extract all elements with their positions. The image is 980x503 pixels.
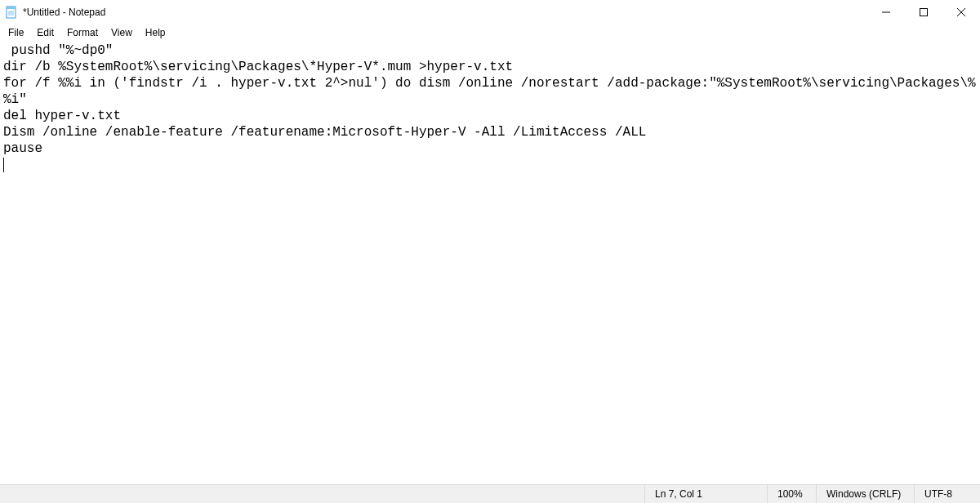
text-cursor <box>3 158 4 172</box>
menubar: File Edit Format View Help <box>0 24 980 41</box>
maximize-button[interactable] <box>905 0 942 24</box>
text-editor[interactable]: pushd "%~dp0" dir /b %SystemRoot%\servic… <box>0 41 980 484</box>
menu-view[interactable]: View <box>105 26 139 39</box>
close-button[interactable] <box>942 0 980 24</box>
status-eol: Windows (CRLF) <box>817 485 915 503</box>
status-zoom: 100% <box>768 485 817 503</box>
status-spacer <box>0 485 645 503</box>
editor-content: pushd "%~dp0" dir /b %SystemRoot%\servic… <box>3 43 976 156</box>
statusbar: Ln 7, Col 1 100% Windows (CRLF) UTF-8 <box>0 484 980 503</box>
menu-help[interactable]: Help <box>139 26 172 39</box>
status-position: Ln 7, Col 1 <box>645 485 768 503</box>
svg-rect-6 <box>920 9 928 16</box>
titlebar: *Untitled - Notepad <box>0 0 980 24</box>
menu-format[interactable]: Format <box>60 26 105 39</box>
status-encoding: UTF-8 <box>915 485 980 503</box>
svg-rect-1 <box>7 7 16 9</box>
menu-file[interactable]: File <box>2 26 30 39</box>
window-controls <box>867 0 980 24</box>
menu-edit[interactable]: Edit <box>30 26 60 39</box>
minimize-button[interactable] <box>867 0 905 24</box>
window-title: *Untitled - Notepad <box>23 7 867 18</box>
notepad-icon <box>5 6 18 19</box>
